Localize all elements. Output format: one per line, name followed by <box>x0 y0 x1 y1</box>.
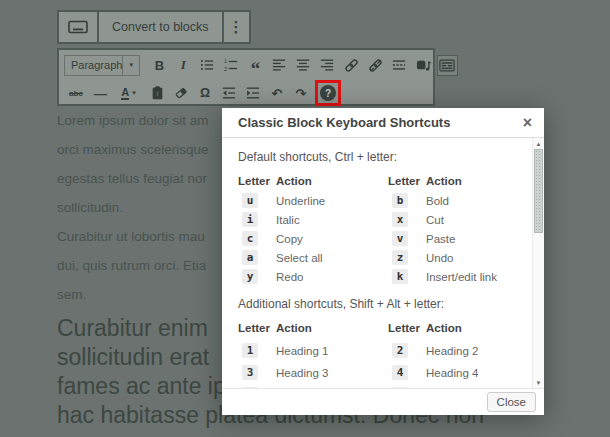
toolbar-toggle-keyboard-icon <box>439 59 455 72</box>
key-badge: z <box>392 250 408 265</box>
col-header: Action <box>276 322 388 336</box>
annotation-highlight-box: ? <box>315 80 341 106</box>
undo-button[interactable]: ↶ <box>267 83 288 104</box>
editor-line: Lorem ipsum dolor sit am <box>57 106 209 135</box>
action-label: Italic <box>276 214 388 226</box>
scrollbar-thumb[interactable] <box>534 149 543 233</box>
scroll-down-icon[interactable]: ▼ <box>533 378 544 387</box>
action-label: Heading 1 <box>276 345 388 357</box>
bulleted-list-button[interactable] <box>197 55 218 76</box>
help-button[interactable]: ? <box>320 85 336 101</box>
editor-line: Curabitur ut lobortis mau <box>57 222 206 251</box>
key-badge: v <box>392 231 408 246</box>
align-right-icon <box>320 58 334 72</box>
action-label: Underline <box>276 195 388 207</box>
close-button[interactable]: Close <box>487 392 536 412</box>
col-header: Action <box>426 322 514 336</box>
key-badge: 4 <box>392 365 408 380</box>
editor-line: sollicitudin. <box>57 193 209 222</box>
modal-body: Default shortcuts, Ctrl + letter: Letter… <box>222 138 544 388</box>
outdent-icon <box>222 86 236 100</box>
numbered-list-icon: 1 2 <box>224 58 238 72</box>
scroll-up-icon[interactable]: ▲ <box>533 139 544 148</box>
convert-to-blocks-button[interactable]: Convert to blocks <box>97 12 222 42</box>
editor-line: egestas tellus feugiat nor <box>57 164 209 193</box>
paste-as-text-button[interactable] <box>147 83 168 104</box>
action-label: Paste <box>426 233 514 245</box>
key-badge: 3 <box>242 365 258 380</box>
col-header: Letter <box>388 322 426 336</box>
unlink-icon <box>368 58 383 73</box>
block-toolbar: Convert to blocks ⋮ <box>57 10 251 44</box>
add-media-button[interactable] <box>413 55 434 76</box>
redo-button[interactable]: ↷ <box>291 83 312 104</box>
toolbar-toggle-button[interactable] <box>437 55 458 76</box>
read-more-button[interactable] <box>389 55 410 76</box>
classic-block-keyboard-icon <box>68 19 88 35</box>
italic-button[interactable]: I <box>173 55 194 76</box>
col-header: Letter <box>388 175 426 189</box>
classic-format-toolbar: Paragraph ▾ B I 1 2 “ <box>57 48 435 106</box>
classic-block-button[interactable] <box>59 12 97 42</box>
editor-line: orci maximus scelerisque <box>57 135 209 164</box>
col-header: Action <box>426 175 514 189</box>
key-badge: x <box>392 212 408 227</box>
align-left-button[interactable] <box>269 55 290 76</box>
key-badge: u <box>242 193 258 208</box>
svg-text:2: 2 <box>224 66 227 72</box>
horizontal-rule-button[interactable]: — <box>90 83 111 104</box>
align-right-button[interactable] <box>317 55 338 76</box>
key-badge: i <box>242 212 258 227</box>
toolbar-row-1: Paragraph ▾ B I 1 2 “ <box>59 50 433 80</box>
close-icon[interactable]: × <box>521 115 534 131</box>
action-label: Redo <box>276 271 388 283</box>
key-badge: 1 <box>242 343 258 358</box>
default-shortcuts-label: Default shortcuts, Ctrl + letter: <box>238 150 514 164</box>
editor-paragraph-2[interactable]: Curabitur ut lobortis mau dui, quis rutr… <box>57 222 206 309</box>
bulleted-list-icon <box>200 58 214 72</box>
clear-formatting-button[interactable] <box>171 83 192 104</box>
remove-link-button[interactable] <box>365 55 386 76</box>
editor-line: dui, quis rutrum orci. Etia <box>57 251 206 280</box>
paragraph-select-value: Paragraph <box>65 59 122 71</box>
wordpress-editor-screen: Convert to blocks ⋮ Paragraph ▾ B I 1 2 <box>0 0 610 437</box>
block-options-button[interactable]: ⋮ <box>222 12 249 42</box>
bold-button[interactable]: B <box>149 55 170 76</box>
indent-icon <box>246 86 260 100</box>
action-label: Copy <box>276 233 388 245</box>
align-center-button[interactable] <box>293 55 314 76</box>
col-header: Action <box>276 175 388 189</box>
action-label: Heading 3 <box>276 367 388 379</box>
action-label: Insert/edit link <box>426 271 514 283</box>
col-header: Letter <box>238 175 276 189</box>
increase-indent-button[interactable] <box>243 83 264 104</box>
key-badge: b <box>392 193 408 208</box>
action-label: Heading 4 <box>426 367 514 379</box>
blockquote-button[interactable]: “ <box>245 55 266 76</box>
eraser-icon <box>174 86 188 100</box>
chevron-down-icon: ▾ <box>122 56 139 75</box>
add-media-icon <box>416 58 431 73</box>
paragraph-format-select[interactable]: Paragraph ▾ <box>64 55 140 76</box>
modal-header: Classic Block Keyboard Shortcuts × <box>222 108 544 138</box>
toolbar-row-2: abc — A ▾ <box>59 80 433 106</box>
additional-shortcuts-label: Additional shortcuts, Shift + Alt + lett… <box>238 297 514 311</box>
align-left-icon <box>272 58 286 72</box>
strikethrough-button[interactable]: abc <box>66 83 87 104</box>
action-label: Heading 2 <box>426 345 514 357</box>
decrease-indent-button[interactable] <box>219 83 240 104</box>
action-label: Bold <box>426 195 514 207</box>
key-badge: 2 <box>392 343 408 358</box>
insert-link-button[interactable] <box>341 55 362 76</box>
chevron-down-icon: ▾ <box>132 89 136 97</box>
modal-scrollbar[interactable]: ▲ ▼ <box>532 138 544 388</box>
special-character-button[interactable]: Ω <box>195 83 216 104</box>
modal-title: Classic Block Keyboard Shortcuts <box>238 115 521 130</box>
key-badge: k <box>392 269 408 284</box>
text-color-button[interactable]: A ▾ <box>114 83 144 104</box>
paste-as-text-clipboard-icon <box>151 86 164 100</box>
numbered-list-button[interactable]: 1 2 <box>221 55 242 76</box>
editor-paragraph-1[interactable]: Lorem ipsum dolor sit am orci maximus sc… <box>57 106 209 222</box>
align-center-icon <box>296 58 310 72</box>
read-more-icon <box>392 58 406 72</box>
